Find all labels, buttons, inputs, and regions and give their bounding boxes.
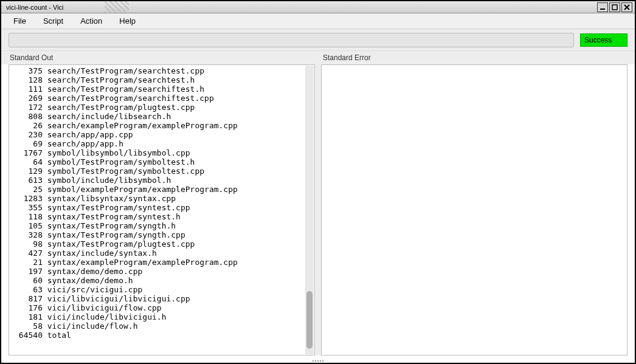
stdout-label: Standard Out <box>1 51 318 64</box>
menu-help[interactable]: Help <box>112 14 143 28</box>
pane-labels: Standard Out Standard Error <box>1 51 635 64</box>
menubar: File Script Action Help <box>1 13 635 29</box>
stdout-pane: 375 search/TestProgram/searchtest.cpp 12… <box>9 64 315 355</box>
resize-grip[interactable] <box>306 359 330 363</box>
window-title: vici-line-count - Vici <box>4 4 64 11</box>
stderr-label: Standard Error <box>318 51 635 64</box>
maximize-button[interactable] <box>609 2 620 12</box>
command-input[interactable] <box>9 33 574 47</box>
minimize-button[interactable] <box>597 2 608 12</box>
panes: 375 search/TestProgram/searchtest.cpp 12… <box>9 64 627 355</box>
stdout-scrollbar-thumb[interactable] <box>306 291 313 349</box>
toolbar: Success <box>1 29 635 51</box>
menu-script[interactable]: Script <box>36 14 71 28</box>
window-controls <box>597 2 632 12</box>
stdout-scrollbar[interactable] <box>305 66 314 354</box>
status-badge: Success <box>580 33 627 47</box>
stderr-content[interactable] <box>322 65 627 355</box>
svg-rect-1 <box>612 5 617 10</box>
titlebar-decoration <box>105 1 129 12</box>
stderr-pane <box>321 64 627 355</box>
menu-action[interactable]: Action <box>73 14 109 28</box>
stdout-content[interactable]: 375 search/TestProgram/searchtest.cpp 12… <box>9 65 314 355</box>
close-button[interactable] <box>621 2 632 12</box>
titlebar: vici-line-count - Vici <box>1 1 635 13</box>
menu-file[interactable]: File <box>6 14 33 28</box>
